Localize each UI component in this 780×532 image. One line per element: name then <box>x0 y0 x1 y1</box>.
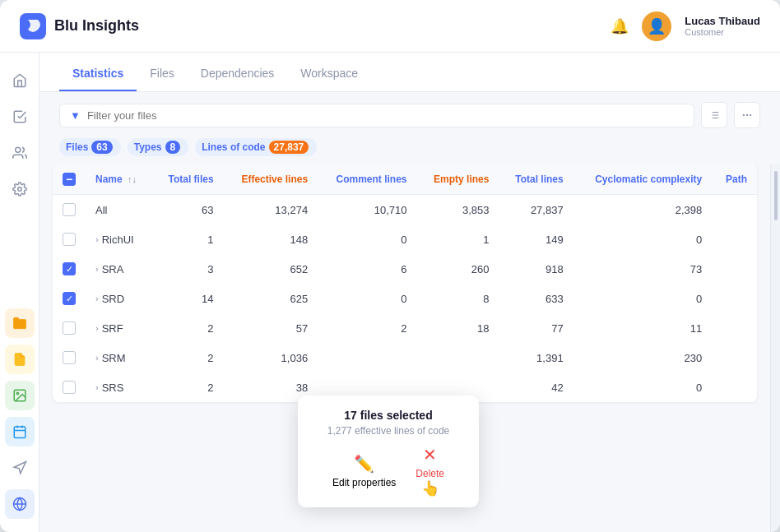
table-container: − Name ↑↓ Total files Effective lines Co… <box>39 164 770 532</box>
row-path <box>712 343 757 372</box>
svg-point-19 <box>746 114 748 116</box>
row-checkbox[interactable]: ✓ <box>63 262 76 275</box>
sidebar-image-icon[interactable] <box>5 381 35 410</box>
row-checkbox-cell <box>53 195 86 224</box>
row-checkbox[interactable] <box>63 322 76 335</box>
col-cb: − <box>53 164 86 195</box>
row-effective_lines: 57 <box>224 313 318 343</box>
sidebar-folder-icon[interactable] <box>5 308 35 338</box>
row-comment_lines: 6 <box>318 254 416 284</box>
sidebar-check-icon[interactable] <box>5 102 35 132</box>
bell-icon[interactable]: 🔔 <box>611 17 629 35</box>
badge-files[interactable]: Files 63 <box>59 138 121 156</box>
tab-statistics[interactable]: Statistics <box>59 57 137 91</box>
col-name[interactable]: Name ↑↓ <box>86 164 152 195</box>
svg-rect-5 <box>14 427 26 438</box>
badge-loc-label: Lines of code <box>202 141 265 153</box>
row-total_lines: 27,837 <box>499 195 573 224</box>
col-comment-lines[interactable]: Comment lines <box>318 164 416 195</box>
edit-label: Edit properties <box>332 477 396 488</box>
edit-properties-action[interactable]: ✏️ Edit properties <box>332 454 396 488</box>
toolbar: ▼ <box>39 92 780 138</box>
row-empty_lines: 260 <box>417 254 499 284</box>
expand-chevron[interactable]: › <box>95 382 99 392</box>
badge-types[interactable]: Types 8 <box>128 138 188 156</box>
sidebar-settings-icon[interactable] <box>5 174 35 204</box>
sidebar-compass-icon[interactable] <box>5 453 35 483</box>
badge-files-count: 63 <box>91 141 112 154</box>
row-name-cell: ›SRS <box>86 372 152 402</box>
row-cyclomatic: 230 <box>573 343 713 372</box>
row-effective_lines: 1,036 <box>224 343 318 372</box>
row-checkbox[interactable] <box>63 233 76 246</box>
row-total_files: 2 <box>152 343 224 372</box>
expand-chevron[interactable]: › <box>95 294 99 303</box>
filter-input[interactable] <box>87 109 684 122</box>
data-table: − Name ↑↓ Total files Effective lines Co… <box>53 164 757 402</box>
row-checkbox[interactable] <box>63 351 76 364</box>
row-checkbox-cell <box>53 343 86 372</box>
row-path <box>712 372 757 402</box>
cursor-icon: 👆 <box>421 479 439 497</box>
col-total-lines[interactable]: Total lines <box>499 164 573 195</box>
expand-chevron[interactable]: › <box>95 234 99 244</box>
table-body: All6313,27410,7103,85327,8372,398›RichUI… <box>53 195 757 402</box>
row-checkbox[interactable] <box>63 203 76 216</box>
content-panel: Statistics Files Dependencies Workspace … <box>39 53 780 532</box>
row-total_lines: 77 <box>499 313 573 343</box>
col-empty-lines[interactable]: Empty lines <box>417 164 499 195</box>
row-comment_lines <box>318 343 416 372</box>
col-total-files[interactable]: Total files <box>152 164 224 195</box>
row-cyclomatic: 0 <box>573 224 713 254</box>
table-row: All6313,27410,7103,85327,8372,398 <box>53 195 757 224</box>
col-path[interactable]: Path <box>712 164 757 195</box>
sidebar-home-icon[interactable] <box>5 66 35 95</box>
svg-point-18 <box>743 114 745 116</box>
row-total_lines: 42 <box>499 372 573 402</box>
tab-files[interactable]: Files <box>137 57 188 91</box>
filter-icon: ▼ <box>70 109 81 122</box>
delete-icon: ✕ <box>423 445 437 465</box>
row-cyclomatic: 0 <box>573 372 713 402</box>
delete-label: Delete <box>416 468 444 479</box>
row-total_lines: 149 <box>499 224 573 254</box>
row-total_files: 2 <box>152 313 224 343</box>
col-cyclomatic[interactable]: Cyclomatic complexity <box>573 164 713 195</box>
row-effective_lines: 148 <box>224 224 318 254</box>
row-comment_lines: 0 <box>318 284 416 313</box>
tab-dependencies[interactable]: Dependencies <box>188 57 288 91</box>
sidebar-note-icon[interactable] <box>5 345 35 374</box>
app-title: Blu Insights <box>54 17 139 35</box>
expand-chevron[interactable]: › <box>95 264 99 274</box>
table-header-row: − Name ↑↓ Total files Effective lines Co… <box>53 164 757 195</box>
scroll-thumb[interactable] <box>774 171 778 220</box>
row-name-cell: ›RichUI <box>86 224 152 254</box>
tab-workspace[interactable]: Workspace <box>287 57 371 91</box>
row-cyclomatic: 11 <box>573 313 713 343</box>
sidebar-users-icon[interactable] <box>5 138 35 168</box>
main-layout: Statistics Files Dependencies Workspace … <box>0 53 780 532</box>
sidebar-globe-icon[interactable] <box>5 489 35 519</box>
row-checkbox[interactable] <box>63 381 76 394</box>
popup-subtitle: 1,277 effective lines of code <box>327 425 450 437</box>
row-checkbox-cell <box>53 224 86 254</box>
row-name-text: All <box>95 204 107 216</box>
col-effective-lines[interactable]: Effective lines <box>224 164 318 195</box>
delete-action[interactable]: ✕ Delete 👆 <box>416 445 444 497</box>
badge-loc[interactable]: Lines of code 27,837 <box>195 138 317 156</box>
header-checkbox[interactable]: − <box>63 173 76 186</box>
toolbar-columns-btn[interactable] <box>701 102 727 128</box>
sidebar-calendar-icon[interactable] <box>5 417 35 446</box>
expand-chevron[interactable]: › <box>95 353 99 363</box>
row-comment_lines: 10,710 <box>318 195 416 224</box>
row-path <box>712 284 757 313</box>
row-checkbox[interactable]: ✓ <box>63 292 76 305</box>
row-name-text: RichUI <box>102 234 134 246</box>
expand-chevron[interactable]: › <box>95 323 99 333</box>
badge-loc-count: 27,837 <box>269 141 309 154</box>
row-path <box>712 313 757 343</box>
toolbar-more-btn[interactable] <box>734 102 760 128</box>
filter-input-wrap[interactable]: ▼ <box>59 104 694 127</box>
row-comment_lines: 2 <box>318 313 416 343</box>
row-empty_lines: 3,853 <box>417 195 499 224</box>
